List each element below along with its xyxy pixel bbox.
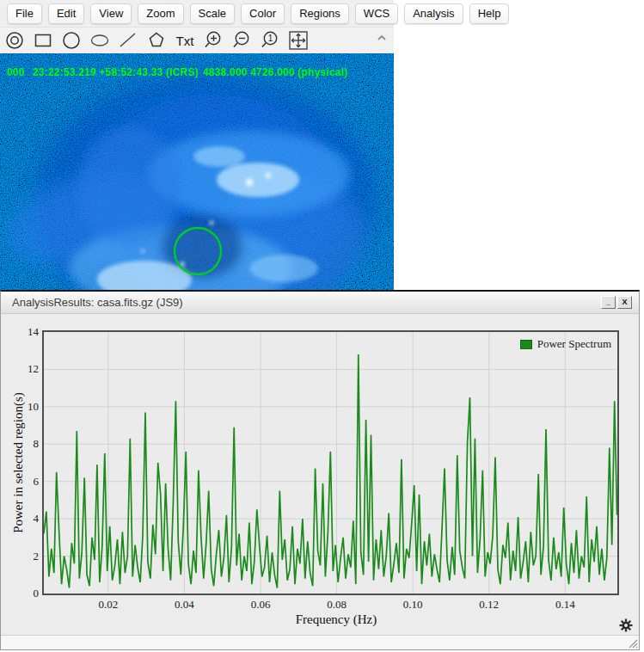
pixel-value: 000	[7, 66, 25, 78]
line-region-icon[interactable]	[118, 30, 138, 51]
circle-region-icon[interactable]	[61, 30, 82, 51]
position-readout: 000 23:22:53.219 +58:52:43.33 (ICRS) 483…	[0, 66, 394, 78]
window-title: AnalysisResults: casa.fits.gz (JS9)	[12, 296, 599, 309]
ellipse-region-icon[interactable]	[89, 30, 110, 51]
menu-button-scale[interactable]: Scale	[190, 3, 236, 24]
y-tick-label: 10	[11, 400, 39, 414]
y-tick-label: 4	[11, 512, 39, 526]
menu-button-analysis[interactable]: Analysis	[404, 3, 463, 24]
y-tick-label: 14	[11, 325, 39, 339]
zoom-in-icon[interactable]	[203, 30, 224, 51]
casa-nebula-image	[0, 53, 394, 291]
x-tick-label: 0.10	[397, 598, 428, 612]
legend-swatch-icon	[520, 340, 532, 349]
minimize-button[interactable]: _	[601, 296, 616, 309]
y-tick-label: 6	[11, 475, 39, 489]
x-tick-label: 0.12	[474, 598, 505, 612]
y-tick-label: 8	[11, 437, 39, 451]
y-tick-label: 0	[11, 587, 39, 600]
resize-handle[interactable]	[626, 637, 638, 649]
fits-image-display[interactable]: 000 23:22:53.219 +58:52:43.33 (ICRS) 483…	[0, 53, 394, 291]
menu-button-edit[interactable]: Edit	[48, 3, 84, 24]
menu-button-zoom[interactable]: Zoom	[138, 3, 183, 24]
pan-icon[interactable]	[288, 30, 309, 51]
annulus-region-icon[interactable]	[4, 30, 25, 51]
menu-button-file[interactable]: File	[7, 3, 42, 24]
menu-button-wcs[interactable]: WCS	[355, 3, 398, 24]
svg-text:1: 1	[268, 34, 273, 43]
polygon-region-icon[interactable]	[146, 30, 167, 51]
x-tick-label: 0.14	[549, 598, 580, 612]
menu-button-help[interactable]: Help	[469, 3, 510, 24]
x-tick-label: 0.06	[245, 598, 276, 612]
power-spectrum-line	[44, 354, 617, 587]
power-spectrum-plot	[44, 332, 617, 594]
menu-button-regions[interactable]: Regions	[291, 3, 349, 24]
menubar: FileEditViewZoomScaleColorRegionsWCSAnal…	[0, 0, 394, 28]
plot-area: Power Spectrum	[42, 330, 619, 595]
window-titlebar[interactable]: AnalysisResults: casa.fits.gz (JS9) _ X	[1, 292, 639, 314]
toolbar: Txt 1	[0, 28, 394, 53]
power-spectrum-chart: Power in selected region(s) Power Spectr…	[1, 316, 639, 634]
x-axis-label: Frequency (Hz)	[259, 612, 414, 627]
chart-legend: Power Spectrum	[520, 337, 611, 351]
toolbar-scroll-up-icon[interactable]	[377, 29, 387, 45]
y-tick-label: 2	[11, 550, 39, 563]
zoom-out-icon[interactable]	[231, 30, 252, 51]
legend-label: Power Spectrum	[537, 337, 611, 351]
zoom-1-icon[interactable]: 1	[260, 30, 280, 51]
wcs-coordinates: 23:22:53.219 +58:52:43.33 (ICRS)	[33, 66, 199, 78]
js9-app: FileEditViewZoomScaleColorRegionsWCSAnal…	[0, 0, 394, 291]
x-tick-label: 0.02	[93, 598, 124, 612]
physical-coordinates: 4838.000 4726.000 (physical)	[203, 66, 347, 78]
close-button[interactable]: X	[617, 296, 632, 309]
text-region-tool[interactable]: Txt	[175, 30, 195, 51]
menu-button-view[interactable]: View	[90, 3, 132, 24]
x-tick-label: 0.08	[322, 598, 353, 612]
y-tick-label: 12	[11, 362, 39, 376]
plot-settings-gear-icon[interactable]	[619, 618, 633, 632]
menu-button-color[interactable]: Color	[241, 3, 285, 24]
box-region-icon[interactable]	[33, 30, 53, 51]
window-footer	[1, 635, 639, 649]
x-tick-label: 0.04	[169, 598, 199, 612]
analysis-results-window: AnalysisResults: casa.fits.gz (JS9) _ X …	[0, 290, 640, 650]
